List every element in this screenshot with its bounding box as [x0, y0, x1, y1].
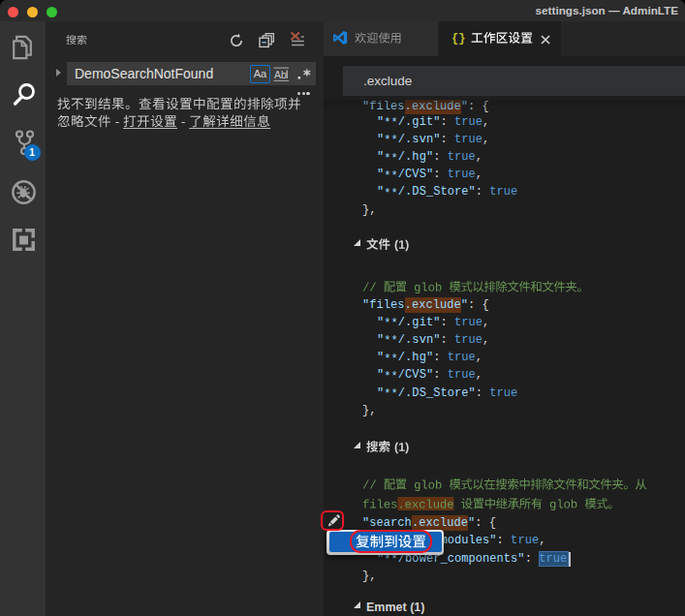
svg-text:Ab: Ab	[274, 68, 287, 79]
